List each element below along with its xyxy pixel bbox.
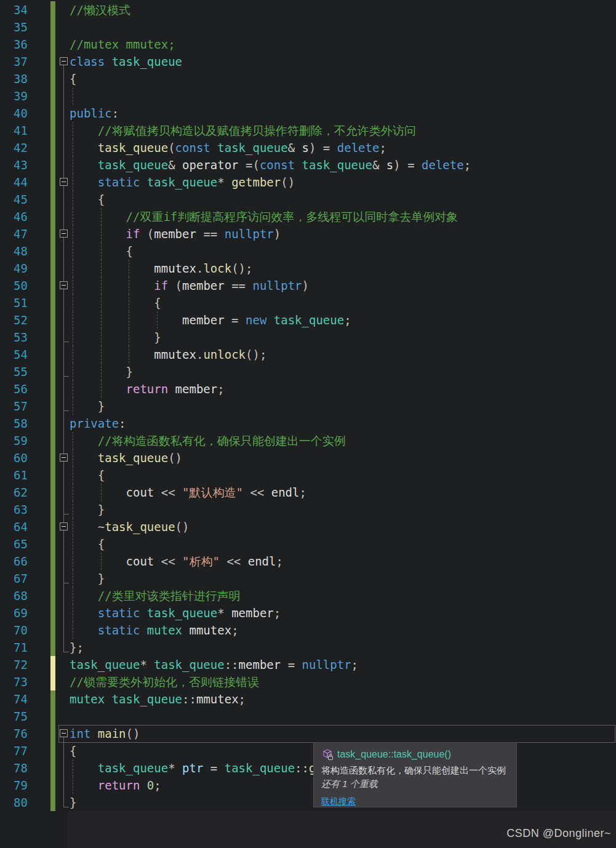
code-line-76[interactable]: 76int main() xyxy=(0,725,616,742)
code-text[interactable]: cout << "析构" << endl; xyxy=(70,553,283,570)
code-text[interactable]: } xyxy=(70,570,105,587)
code-text[interactable]: { xyxy=(70,294,161,311)
code-text[interactable]: mmutex.unlock(); xyxy=(70,346,266,363)
code-text[interactable]: mutex task_queue::mmutex; xyxy=(70,690,246,708)
code-text[interactable]: member = new task_queue; xyxy=(70,311,351,329)
line-number[interactable]: 52 xyxy=(0,311,28,329)
code-line-70[interactable]: 70 static mutex mmutex; xyxy=(0,622,616,639)
line-number[interactable]: 70 xyxy=(0,622,28,639)
code-text[interactable]: task_queue* ptr = task_queue::g xyxy=(70,759,316,777)
code-line-61[interactable]: 61 { xyxy=(0,466,616,484)
line-number[interactable]: 46 xyxy=(0,208,28,225)
code-text[interactable]: class task_queue xyxy=(70,53,182,70)
code-line-42[interactable]: 42 task_queue(const task_queue& s) = del… xyxy=(0,139,616,156)
line-number[interactable]: 57 xyxy=(0,398,28,415)
line-number[interactable]: 80 xyxy=(0,794,28,811)
code-text[interactable]: return 0; xyxy=(70,777,161,794)
code-line-68[interactable]: 68 //类里对该类指针进行声明 xyxy=(0,587,616,604)
line-number[interactable]: 62 xyxy=(0,484,28,501)
code-text[interactable]: if (member == nullptr) xyxy=(70,225,281,242)
code-line-45[interactable]: 45 { xyxy=(0,191,616,208)
line-number[interactable]: 60 xyxy=(0,449,28,466)
code-text[interactable]: //懒汉模式 xyxy=(70,1,130,18)
code-text[interactable]: { xyxy=(70,70,76,87)
line-number[interactable]: 34 xyxy=(0,1,28,18)
line-number[interactable]: 67 xyxy=(0,570,28,587)
code-text[interactable]: { xyxy=(70,466,105,484)
code-text[interactable]: static mutex mmutex; xyxy=(70,622,239,639)
line-number[interactable]: 64 xyxy=(0,518,28,535)
code-text[interactable]: public: xyxy=(70,105,119,122)
code-text[interactable]: //将赋值拷贝构造以及赋值拷贝操作符删除，不允许类外访问 xyxy=(70,122,416,139)
code-line-59[interactable]: 59 //将构造函数私有化，确保只能创建出一个实例 xyxy=(0,432,616,449)
line-number[interactable]: 38 xyxy=(0,70,28,87)
code-text[interactable]: } xyxy=(70,398,105,415)
code-line-77[interactable]: 77{ xyxy=(0,742,616,759)
line-number[interactable]: 44 xyxy=(0,174,28,191)
line-number[interactable]: 36 xyxy=(0,36,28,53)
line-number[interactable]: 74 xyxy=(0,690,28,708)
code-line-71[interactable]: 71}; xyxy=(0,639,616,656)
code-text[interactable]: static task_queue* getmber() xyxy=(70,174,295,191)
line-number[interactable]: 65 xyxy=(0,535,28,553)
code-line-55[interactable]: 55 } xyxy=(0,363,616,380)
code-line-43[interactable]: 43 task_queue& operator =(const task_que… xyxy=(0,156,616,174)
fold-collapse-icon[interactable] xyxy=(55,53,70,70)
line-number[interactable]: 45 xyxy=(0,191,28,208)
code-line-35[interactable]: 35 xyxy=(0,18,616,36)
code-line-46[interactable]: 46 //双重if判断提高程序访问效率，多线程可以同时拿去单例对象 xyxy=(0,208,616,225)
code-line-65[interactable]: 65 { xyxy=(0,535,616,553)
code-line-38[interactable]: 38{ xyxy=(0,70,616,87)
code-line-37[interactable]: 37class task_queue xyxy=(0,53,616,70)
line-number[interactable]: 75 xyxy=(0,708,28,725)
line-number[interactable]: 53 xyxy=(0,329,28,346)
code-line-50[interactable]: 50 if (member == nullptr) xyxy=(0,277,616,294)
line-number[interactable]: 56 xyxy=(0,380,28,398)
line-number[interactable]: 37 xyxy=(0,53,28,70)
line-number[interactable]: 63 xyxy=(0,501,28,518)
code-text[interactable]: static task_queue* member; xyxy=(70,604,281,622)
code-text[interactable]: //类里对该类指针进行声明 xyxy=(70,587,241,604)
code-text[interactable]: task_queue() xyxy=(70,449,182,466)
code-line-60[interactable]: 60 task_queue() xyxy=(0,449,616,466)
line-number[interactable]: 41 xyxy=(0,122,28,139)
line-number[interactable]: 78 xyxy=(0,759,28,777)
code-text[interactable]: }; xyxy=(70,639,84,656)
line-number[interactable]: 54 xyxy=(0,346,28,363)
fold-collapse-icon[interactable] xyxy=(55,449,70,466)
code-line-51[interactable]: 51 { xyxy=(0,294,616,311)
line-number[interactable]: 61 xyxy=(0,466,28,484)
code-text[interactable]: } xyxy=(70,329,161,346)
code-text[interactable]: { xyxy=(70,242,133,260)
code-line-74[interactable]: 74mutex task_queue::mmutex; xyxy=(0,690,616,708)
line-number[interactable]: 79 xyxy=(0,777,28,794)
line-number[interactable]: 73 xyxy=(0,673,28,690)
line-number[interactable]: 49 xyxy=(0,260,28,277)
code-line-52[interactable]: 52 member = new task_queue; xyxy=(0,311,616,329)
code-line-80[interactable]: 80} xyxy=(0,794,616,811)
code-text[interactable]: mmutex.lock(); xyxy=(70,260,252,277)
fold-collapse-icon[interactable] xyxy=(55,174,70,191)
code-text[interactable]: } xyxy=(70,501,105,518)
code-line-39[interactable]: 39 xyxy=(0,87,616,105)
code-line-48[interactable]: 48 { xyxy=(0,242,616,260)
code-line-79[interactable]: 79 return 0; xyxy=(0,777,616,794)
code-line-67[interactable]: 67 } xyxy=(0,570,616,587)
line-number[interactable]: 55 xyxy=(0,363,28,380)
code-line-69[interactable]: 69 static task_queue* member; xyxy=(0,604,616,622)
code-line-75[interactable]: 75 xyxy=(0,708,616,725)
line-number[interactable]: 51 xyxy=(0,294,28,311)
fold-collapse-icon[interactable] xyxy=(55,518,70,535)
code-line-44[interactable]: 44 static task_queue* getmber() xyxy=(0,174,616,191)
code-line-58[interactable]: 58private: xyxy=(0,415,616,432)
code-line-49[interactable]: 49 mmutex.lock(); xyxy=(0,260,616,277)
code-text[interactable]: ~task_queue() xyxy=(70,518,190,535)
line-number[interactable]: 59 xyxy=(0,432,28,449)
line-number[interactable]: 76 xyxy=(0,725,28,742)
code-text[interactable]: int main() xyxy=(70,725,140,742)
code-text[interactable]: //锁需要类外初始化，否则链接错误 xyxy=(70,673,259,690)
code-text[interactable]: } xyxy=(70,363,133,380)
line-number[interactable]: 48 xyxy=(0,242,28,260)
code-line-53[interactable]: 53 } xyxy=(0,329,616,346)
code-line-66[interactable]: 66 cout << "析构" << endl; xyxy=(0,553,616,570)
